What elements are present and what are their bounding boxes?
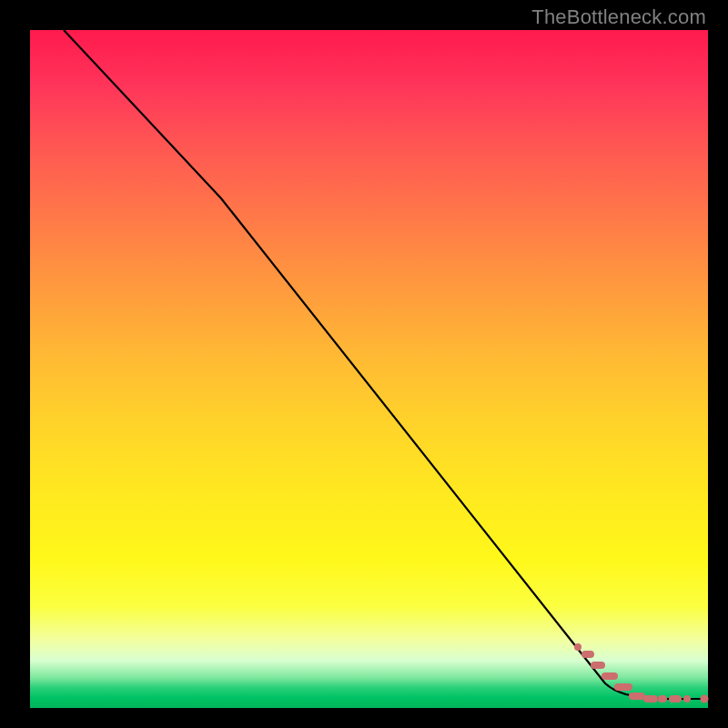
bottleneck-curve (64, 30, 708, 699)
watermark-text: TheBottleneck.com (531, 5, 706, 29)
data-marker (658, 695, 667, 703)
data-marker (602, 672, 618, 680)
data-marker (591, 662, 605, 669)
data-marker (643, 695, 658, 703)
data-marker (629, 693, 645, 700)
data-marker (574, 643, 581, 651)
chart-overlay (30, 30, 708, 708)
data-marker (581, 651, 594, 658)
data-marker (683, 695, 691, 703)
data-marker (614, 683, 632, 691)
data-marker (669, 695, 682, 703)
chart-stage: TheBottleneck.com (0, 0, 728, 728)
data-marker (701, 695, 709, 703)
